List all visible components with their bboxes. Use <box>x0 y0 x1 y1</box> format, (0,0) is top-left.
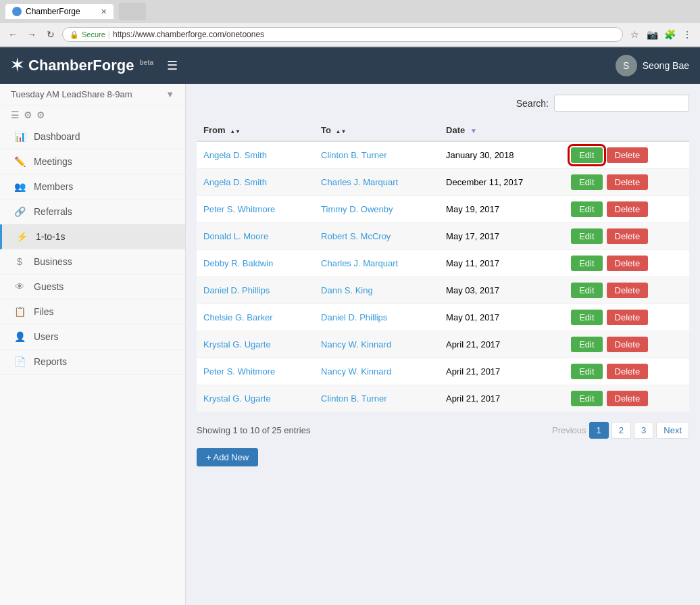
link-from[interactable]: Krystal G. Ugarte <box>203 393 271 404</box>
menu-button[interactable]: ⋮ <box>680 27 695 42</box>
files-icon: 📋 <box>14 306 26 317</box>
sidebar-item-label: Referrals <box>34 206 72 217</box>
delete-button[interactable]: Delete <box>607 337 649 352</box>
cell-actions: EditDelete <box>564 277 689 304</box>
sidebar-item-one-to-ones[interactable]: ⚡ 1-to-1s <box>0 224 185 249</box>
sidebar-item-meetings[interactable]: ✏️ Meetings <box>0 149 185 174</box>
link-to[interactable]: Nancy W. Kinnard <box>321 366 391 377</box>
sidebar-item-dashboard[interactable]: 📊 Dashboard <box>0 124 185 149</box>
guests-icon: 👁 <box>14 281 26 292</box>
sidebar-item-referrals[interactable]: 🔗 Referrals <box>0 199 185 224</box>
link-from[interactable]: Daniel D. Phillips <box>203 285 270 295</box>
delete-button[interactable]: Delete <box>607 228 649 244</box>
link-to[interactable]: Charles J. Marquart <box>321 177 398 187</box>
brand-name: ChamberForge <box>28 57 134 74</box>
link-to[interactable]: Clinton B. Turner <box>321 150 387 160</box>
delete-button[interactable]: Delete <box>607 283 649 298</box>
cell-from: Donald L. Moore <box>197 223 314 250</box>
back-button[interactable]: ← <box>5 27 20 42</box>
sidebar-tool-list-icon[interactable]: ☰ <box>11 110 20 120</box>
link-to[interactable]: Robert S. McCroy <box>321 231 391 241</box>
link-from[interactable]: Angela D. Smith <box>203 177 267 187</box>
column-to[interactable]: To ▲▼ <box>314 120 439 141</box>
star-button[interactable]: ☆ <box>627 27 642 42</box>
cell-date: April 21, 2017 <box>439 385 564 412</box>
edit-button[interactable]: Edit <box>571 256 602 271</box>
search-input[interactable] <box>554 95 689 112</box>
pagination-page-1[interactable]: 1 <box>589 422 609 439</box>
secure-label: Secure <box>82 30 105 39</box>
pagination-next[interactable]: Next <box>656 422 689 439</box>
table-row: Daniel D. PhillipsDann S. KingMay 03, 20… <box>197 277 689 304</box>
sidebar-item-guests[interactable]: 👁 Guests <box>0 274 185 299</box>
add-new-button[interactable]: + Add New <box>197 448 258 466</box>
sidebar-group-label: Tuesday AM LeadShare 8-9am <box>11 89 132 99</box>
sidebar-tool-gear-icon[interactable]: ⚙ <box>24 110 32 120</box>
link-to[interactable]: Daniel D. Phillips <box>321 312 387 322</box>
screenshot-button[interactable]: 📷 <box>645 27 659 42</box>
brand-logo: ✶ ChamberForge beta <box>11 57 153 74</box>
edit-button[interactable]: Edit <box>571 337 602 352</box>
link-from[interactable]: Angela D. Smith <box>203 150 267 160</box>
tab-close-icon[interactable]: ✕ <box>101 7 107 16</box>
sidebar-tool-settings-icon[interactable]: ⚙ <box>36 110 45 120</box>
cell-date: May 01, 2017 <box>439 304 564 331</box>
search-bar: Search: <box>197 95 689 112</box>
sidebar-item-users[interactable]: 👤 Users <box>0 324 185 349</box>
link-from[interactable]: Peter S. Whitmore <box>203 366 275 377</box>
link-from[interactable]: Krystal G. Ugarte <box>203 339 271 349</box>
link-to[interactable]: Timmy D. Owenby <box>321 204 393 214</box>
user-menu[interactable]: S Seong Bae <box>616 55 689 76</box>
column-from[interactable]: From ▲▼ <box>197 120 314 141</box>
link-to[interactable]: Charles J. Marquart <box>321 258 398 268</box>
cell-date: May 17, 2017 <box>439 223 564 250</box>
link-from[interactable]: Peter S. Whitmore <box>203 204 275 214</box>
pagination-page-3[interactable]: 3 <box>634 422 653 439</box>
browser-tab[interactable]: ChamberForge ✕ <box>5 4 114 19</box>
edit-button[interactable]: Edit <box>571 174 602 190</box>
reports-icon: 📄 <box>14 356 26 367</box>
edit-button[interactable]: Edit <box>571 364 602 379</box>
link-to[interactable]: Dann S. King <box>321 285 373 295</box>
delete-button[interactable]: Delete <box>607 256 649 271</box>
delete-button[interactable]: Delete <box>607 201 649 217</box>
sidebar-item-files[interactable]: 📋 Files <box>0 299 185 324</box>
delete-button[interactable]: Delete <box>607 310 649 325</box>
edit-button[interactable]: Edit <box>571 391 602 406</box>
from-sort-icon: ▲▼ <box>230 128 241 135</box>
sidebar-item-reports[interactable]: 📄 Reports <box>0 349 185 374</box>
link-to[interactable]: Clinton B. Turner <box>321 393 387 404</box>
delete-button[interactable]: Delete <box>607 391 649 406</box>
sidebar-item-members[interactable]: 👥 Members <box>0 174 185 199</box>
delete-button[interactable]: Delete <box>607 364 649 379</box>
sidebar-tools: ☰ ⚙ ⚙ <box>0 105 185 124</box>
hamburger-menu[interactable]: ☰ <box>167 58 178 73</box>
extensions-button[interactable]: 🧩 <box>662 27 677 42</box>
cell-date: December 11, 2017 <box>439 169 564 196</box>
link-from[interactable]: Chelsie G. Barker <box>203 312 273 322</box>
edit-button[interactable]: Edit <box>571 283 602 298</box>
sidebar-item-business[interactable]: $ Business <box>0 249 185 274</box>
cell-date: April 21, 2017 <box>439 331 564 358</box>
table-row: Krystal G. UgarteNancy W. KinnardApril 2… <box>197 331 689 358</box>
refresh-button[interactable]: ↻ <box>43 27 58 42</box>
address-bar[interactable]: 🔒 Secure | https://www.chamberforge.com/… <box>62 27 623 42</box>
delete-button[interactable]: Delete <box>607 147 649 163</box>
cell-to: Nancy W. Kinnard <box>314 358 439 385</box>
pagination-previous: Previous <box>552 425 586 435</box>
delete-button[interactable]: Delete <box>607 174 649 190</box>
table-row: Angela D. SmithCharles J. MarquartDecemb… <box>197 169 689 196</box>
main-content: Search: From ▲▼ To ▲▼ Date ▼ <box>186 84 700 605</box>
forward-button[interactable]: → <box>24 27 39 42</box>
link-to[interactable]: Nancy W. Kinnard <box>321 339 391 349</box>
edit-button[interactable]: Edit <box>571 228 602 244</box>
table-row: Chelsie G. BarkerDaniel D. PhillipsMay 0… <box>197 304 689 331</box>
edit-button[interactable]: Edit <box>571 201 602 217</box>
link-from[interactable]: Donald L. Moore <box>203 231 268 241</box>
column-date[interactable]: Date ▼ <box>439 120 564 141</box>
edit-button[interactable]: Edit <box>571 147 602 163</box>
edit-button[interactable]: Edit <box>571 310 602 325</box>
new-tab-placeholder[interactable] <box>119 3 146 20</box>
pagination-page-2[interactable]: 2 <box>611 422 631 439</box>
link-from[interactable]: Debby R. Baldwin <box>203 258 273 268</box>
